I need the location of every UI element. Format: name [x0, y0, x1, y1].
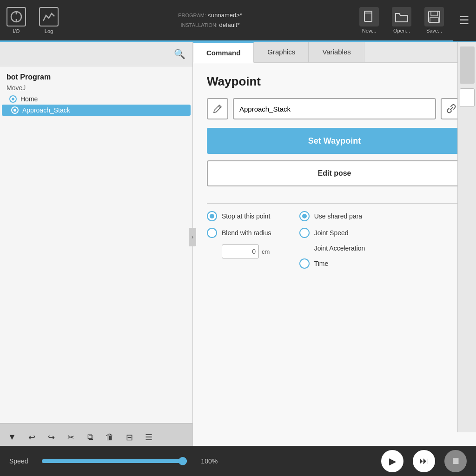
- search-bar: 🔍: [0, 42, 192, 66]
- io-icon-btn[interactable]: I/O: [0, 0, 33, 41]
- new-button[interactable]: New...: [355, 7, 383, 33]
- shared-params-radio-row[interactable]: Use shared para: [299, 211, 365, 221]
- tree-dot-home: [9, 95, 17, 103]
- tree-title: bot Program: [0, 71, 192, 83]
- step-button[interactable]: ⏭: [413, 450, 435, 472]
- stop-icon: ⏹: [451, 456, 460, 466]
- svg-rect-6: [431, 11, 437, 16]
- topbar-buttons: New... Open... Save...: [355, 7, 453, 33]
- motion-col: Stop at this point Blend with radius cm: [207, 211, 271, 269]
- open-icon: [392, 7, 411, 26]
- page-title: Waypoint: [207, 74, 462, 89]
- program-value: <unnamed>*: [207, 12, 242, 19]
- set-waypoint-button[interactable]: Set Waypoint: [207, 128, 462, 154]
- new-icon: [359, 7, 379, 26]
- stop-at-radio[interactable]: [207, 211, 217, 221]
- collapse-button[interactable]: ›: [189, 228, 196, 246]
- edit-name-button[interactable]: [207, 98, 228, 119]
- tab-variables[interactable]: Variables: [309, 42, 364, 62]
- joint-speed-radio-row[interactable]: Joint Speed: [299, 228, 365, 238]
- program-tree: bot Program MoveJ Home Approach_Stack: [0, 66, 192, 423]
- installation-label: INSTALLATION:: [180, 22, 218, 28]
- menu-button[interactable]: ☰: [140, 429, 157, 446]
- time-radio[interactable]: [299, 258, 310, 269]
- menu-icon-btn[interactable]: ☰: [453, 0, 476, 41]
- new-label: New...: [362, 28, 377, 33]
- io-label: I/O: [13, 28, 20, 34]
- divider: [207, 203, 462, 204]
- shared-params-radio[interactable]: [299, 211, 310, 221]
- speed-label: Speed: [9, 457, 28, 465]
- tree-movej: MoveJ: [0, 83, 192, 93]
- sidebar-box-1: [460, 46, 475, 84]
- play-icon: ▶: [389, 456, 396, 467]
- tree-item-approach-stack[interactable]: Approach_Stack: [2, 105, 191, 116]
- right-sidebar: [457, 42, 476, 432]
- tree-dot-approach: [11, 106, 19, 114]
- tab-graphics[interactable]: Graphics: [254, 42, 309, 62]
- installation-value: default*: [219, 21, 239, 28]
- speed-bar: Speed 100% ▶ ⏭ ⏹: [0, 446, 476, 476]
- search-button[interactable]: 🔍: [171, 46, 188, 62]
- move-down-button[interactable]: ▼: [4, 429, 20, 446]
- sidebar-box-2: [460, 88, 475, 107]
- step-icon: ⏭: [419, 456, 429, 466]
- io-icon: [7, 7, 26, 26]
- blend-radio-row[interactable]: Blend with radius: [207, 228, 271, 238]
- topbar: I/O Log PROGRAM: <unnamed>* INSTALLATION…: [0, 0, 476, 42]
- stop-at-radio-row[interactable]: Stop at this point: [207, 211, 271, 221]
- main-area: 🔍 bot Program MoveJ Home Approach_Stack: [0, 42, 476, 451]
- command-content: Waypoint Approach_Stack: [193, 63, 476, 451]
- copy-button[interactable]: ⧉: [82, 429, 99, 446]
- right-panel: Command Graphics Variables Waypoint: [193, 42, 476, 451]
- svg-line-8: [218, 106, 220, 108]
- open-button[interactable]: Open...: [388, 7, 416, 33]
- save-button[interactable]: Save...: [420, 7, 448, 33]
- undo-button[interactable]: ↩: [23, 429, 40, 446]
- save-label: Save...: [426, 28, 442, 33]
- tree-item-home[interactable]: Home: [0, 93, 192, 105]
- blend-value-input[interactable]: [222, 245, 259, 258]
- tab-bar: Command Graphics Variables: [193, 42, 476, 63]
- program-info: PROGRAM: <unnamed>* INSTALLATION: defaul…: [65, 11, 355, 30]
- play-button[interactable]: ▶: [381, 450, 403, 472]
- speed-slider-fill: [42, 459, 187, 463]
- log-icon-btn[interactable]: Log: [33, 0, 65, 41]
- save-icon: [424, 7, 444, 26]
- radio-section: Stop at this point Blend with radius cm: [207, 211, 462, 269]
- open-label: Open...: [393, 28, 410, 33]
- left-panel: 🔍 bot Program MoveJ Home Approach_Stack: [0, 42, 193, 451]
- collapse-arrow: ›: [189, 42, 196, 432]
- blend-unit: cm: [262, 248, 270, 255]
- remove-button[interactable]: ⊟: [121, 429, 138, 446]
- stop-button[interactable]: ⏹: [444, 450, 467, 472]
- log-label: Log: [45, 28, 53, 34]
- joint-speed-radio[interactable]: [299, 228, 310, 238]
- tab-command[interactable]: Command: [193, 42, 254, 63]
- waypoint-name-row: Approach_Stack: [207, 98, 462, 119]
- redo-button[interactable]: ↪: [43, 429, 60, 446]
- menu-icon: ☰: [459, 14, 469, 27]
- waypoint-name-field[interactable]: Approach_Stack: [233, 98, 436, 119]
- edit-pose-button[interactable]: Edit pose: [207, 160, 462, 186]
- cut-button[interactable]: ✂: [62, 429, 79, 446]
- program-label: PROGRAM:: [178, 13, 206, 18]
- delete-button[interactable]: 🗑: [101, 429, 118, 446]
- time-radio-row[interactable]: Time: [299, 258, 365, 269]
- blend-radio[interactable]: [207, 228, 217, 238]
- svg-rect-7: [430, 18, 438, 22]
- speed-percent: 100%: [201, 457, 218, 465]
- speed-slider-thumb[interactable]: [178, 457, 187, 465]
- speed-slider-track[interactable]: [42, 459, 187, 463]
- joint-accel-row: Joint Acceleration: [299, 245, 365, 252]
- blend-input-row: cm: [222, 245, 271, 258]
- params-col: Use shared para Joint Speed Joint Accele…: [299, 211, 365, 269]
- log-icon: [39, 7, 59, 26]
